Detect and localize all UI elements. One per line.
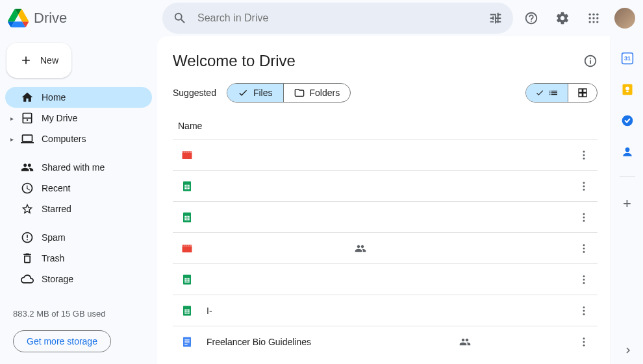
- page-title: Welcome to Drive: [173, 52, 296, 70]
- sheets-file-icon: [181, 305, 193, 317]
- new-button-label: New: [40, 55, 58, 66]
- main-content: Welcome to Drive Suggested Files: [157, 36, 611, 364]
- svg-rect-13: [187, 151, 188, 152]
- list-view-button[interactable]: [526, 84, 568, 102]
- keep-app-icon[interactable]: [621, 83, 634, 96]
- search-icon: [173, 11, 187, 25]
- svg-point-23: [583, 182, 585, 184]
- svg-point-4: [592, 17, 594, 19]
- svg-point-57: [583, 309, 585, 311]
- nav-label: Computers: [42, 134, 86, 144]
- view-toggle: [525, 83, 598, 103]
- svg-rect-12: [185, 151, 186, 152]
- more-actions-button[interactable]: [575, 334, 592, 350]
- info-button[interactable]: [583, 54, 598, 68]
- nav-starred[interactable]: Starred: [5, 199, 152, 219]
- file-row[interactable]: [173, 263, 598, 295]
- tasks-app-icon[interactable]: [621, 114, 634, 127]
- more-vert-icon: [578, 305, 590, 317]
- svg-point-32: [583, 216, 585, 218]
- spam-icon: [21, 231, 34, 244]
- svg-point-58: [583, 313, 585, 315]
- more-actions-button[interactable]: [575, 209, 592, 226]
- file-row[interactable]: [173, 170, 598, 201]
- shared-indicator-icon: [355, 243, 366, 254]
- docs-file-icon: [181, 336, 193, 348]
- search-input[interactable]: [197, 12, 478, 24]
- svg-rect-60: [184, 339, 190, 340]
- nav-shared[interactable]: Shared with me: [5, 157, 152, 178]
- more-actions-button[interactable]: [575, 147, 592, 164]
- svg-point-3: [589, 17, 591, 19]
- svg-point-41: [583, 247, 585, 249]
- svg-point-49: [583, 278, 585, 280]
- side-panel: 31 +: [611, 36, 643, 364]
- nav-storage[interactable]: Storage: [5, 269, 152, 289]
- settings-button[interactable]: [549, 5, 575, 31]
- chip-label: Files: [253, 88, 273, 98]
- svg-point-65: [583, 341, 585, 343]
- search-bar[interactable]: [162, 3, 513, 34]
- file-name: [207, 243, 575, 254]
- more-vert-icon: [578, 149, 590, 161]
- svg-point-2: [596, 14, 598, 16]
- chip-folders[interactable]: Folders: [284, 84, 351, 102]
- svg-point-16: [583, 154, 585, 156]
- sidebar: New Home My Drive Computers: [0, 36, 157, 364]
- more-vert-icon: [578, 336, 590, 348]
- drive-logo[interactable]: Drive: [8, 8, 157, 29]
- new-button[interactable]: New: [6, 43, 71, 78]
- svg-point-17: [583, 157, 585, 159]
- nav-trash[interactable]: Trash: [5, 248, 152, 269]
- sheets-file-icon: [181, 274, 193, 285]
- more-vert-icon: [578, 274, 590, 285]
- file-name: Freelancer Bio Guidelines: [207, 336, 575, 348]
- chip-label: Folders: [310, 88, 340, 98]
- search-options-icon[interactable]: [488, 11, 503, 25]
- svg-rect-39: [189, 245, 190, 246]
- nav-recent[interactable]: Recent: [5, 178, 152, 199]
- chip-files[interactable]: Files: [227, 84, 284, 102]
- svg-point-70: [625, 86, 629, 90]
- nav-home[interactable]: Home: [5, 87, 152, 108]
- shared-icon: [21, 161, 34, 174]
- file-row[interactable]: [173, 139, 598, 170]
- suggested-label: Suggested: [173, 88, 216, 98]
- get-storage-button[interactable]: Get more storage: [13, 330, 111, 352]
- nav-my-drive[interactable]: My Drive: [5, 108, 152, 128]
- svg-point-6: [589, 21, 591, 23]
- apps-button[interactable]: [581, 5, 607, 31]
- more-actions-button[interactable]: [575, 302, 592, 319]
- plus-icon: [19, 53, 32, 67]
- sheets-file-icon: [181, 212, 193, 223]
- more-actions-button[interactable]: [575, 271, 592, 288]
- add-app-button[interactable]: +: [623, 195, 631, 212]
- nav-spam[interactable]: Spam: [5, 227, 152, 248]
- column-header-name[interactable]: Name: [173, 115, 598, 139]
- file-row[interactable]: Freelancer Bio Guidelines: [173, 326, 598, 357]
- svg-point-73: [625, 147, 629, 152]
- svg-rect-36: [183, 245, 184, 246]
- svg-rect-61: [184, 341, 190, 341]
- trash-icon: [21, 252, 34, 265]
- nav-computers[interactable]: Computers: [5, 128, 152, 149]
- grid-view-button[interactable]: [568, 84, 597, 102]
- recent-icon: [21, 182, 34, 195]
- contacts-app-icon[interactable]: [621, 145, 634, 158]
- more-actions-button[interactable]: [575, 240, 592, 257]
- svg-rect-59: [183, 337, 191, 346]
- calendar-app-icon[interactable]: 31: [621, 52, 634, 65]
- file-row[interactable]: [173, 232, 598, 263]
- collapse-panel-button[interactable]: [622, 345, 634, 356]
- sheets-file-icon: [181, 180, 193, 192]
- file-row[interactable]: I-: [173, 295, 598, 326]
- file-row[interactable]: [173, 201, 598, 232]
- account-avatar[interactable]: [614, 8, 635, 29]
- shared-indicator-icon: [459, 336, 471, 348]
- more-actions-button[interactable]: [575, 178, 592, 195]
- svg-point-40: [583, 244, 585, 246]
- nav-label: Spam: [42, 232, 66, 243]
- nav-label: Home: [42, 92, 66, 103]
- help-button[interactable]: [518, 5, 544, 31]
- svg-point-5: [596, 17, 598, 19]
